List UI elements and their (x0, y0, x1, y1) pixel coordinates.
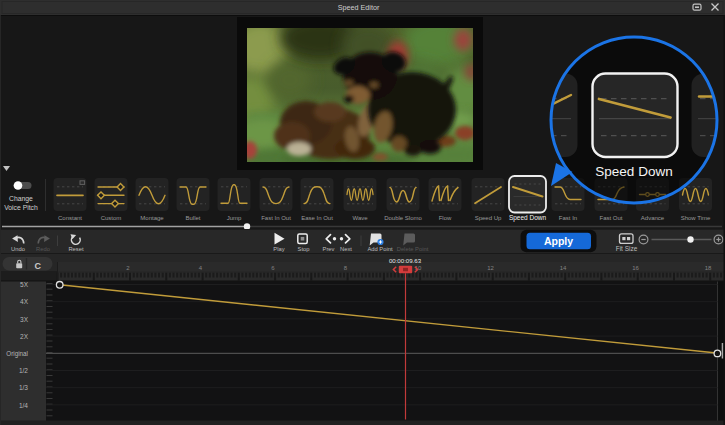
svg-text:Show Time: Show Time (681, 215, 711, 221)
svg-text:Original: Original (6, 350, 28, 358)
svg-text:Play: Play (273, 246, 284, 252)
svg-text:12: 12 (487, 265, 494, 271)
svg-text:Voice Pitch: Voice Pitch (4, 204, 38, 211)
svg-text:4X: 4X (20, 298, 29, 305)
svg-text:2X: 2X (20, 333, 29, 340)
svg-text:1/2: 1/2 (19, 367, 28, 374)
svg-text:Fast In Out: Fast In Out (261, 215, 291, 221)
svg-text:Constant: Constant (58, 215, 82, 221)
svg-text:14: 14 (560, 265, 567, 271)
svg-text:Stop: Stop (298, 246, 310, 252)
svg-text:Fit Size: Fit Size (616, 245, 638, 252)
svg-text:Bullet: Bullet (185, 215, 200, 221)
svg-text:Ease In Out: Ease In Out (301, 215, 333, 221)
svg-text:C: C (35, 261, 42, 271)
svg-text:Speed Editor: Speed Editor (338, 3, 380, 12)
svg-text:Jump: Jump (227, 215, 242, 221)
svg-text:Fast Out: Fast Out (599, 215, 622, 221)
svg-text:18: 18 (705, 265, 712, 271)
svg-text:5X: 5X (20, 281, 29, 288)
svg-text:Flow: Flow (439, 215, 452, 221)
svg-text:Wave: Wave (352, 215, 368, 221)
svg-text:Next: Next (340, 246, 352, 252)
svg-text:Reset: Reset (68, 246, 84, 252)
svg-text:00:00:09.63: 00:00:09.63 (389, 257, 422, 264)
svg-text:16: 16 (632, 265, 639, 271)
svg-text:Speed Up: Speed Up (475, 215, 502, 221)
svg-text:Speed Down: Speed Down (595, 164, 672, 179)
svg-text:Change: Change (9, 195, 33, 203)
svg-text:3X: 3X (20, 316, 29, 323)
svg-text:Double Slomo: Double Slomo (384, 215, 422, 221)
svg-text:Apply: Apply (544, 235, 573, 247)
svg-text:Add Point: Add Point (367, 246, 393, 252)
svg-text:Prev: Prev (323, 246, 335, 252)
svg-text:Speed Down: Speed Down (509, 214, 547, 222)
svg-text:Undo: Undo (11, 246, 25, 252)
svg-text:1/4: 1/4 (19, 402, 28, 409)
svg-text:Fast In: Fast In (559, 215, 577, 221)
svg-text:1/3: 1/3 (19, 384, 28, 391)
svg-text:Redo: Redo (36, 246, 50, 252)
svg-text:Delete Point: Delete Point (397, 246, 429, 252)
svg-text:Montage: Montage (140, 215, 164, 221)
svg-text:Advance: Advance (641, 215, 665, 221)
svg-text:Custom: Custom (101, 215, 122, 221)
